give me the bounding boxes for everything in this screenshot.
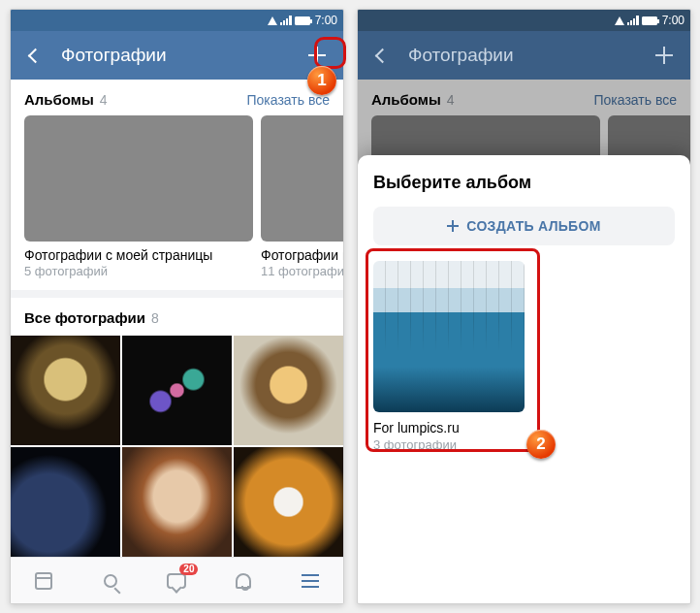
sheet-title: Выберите альбом [373, 173, 675, 193]
network-icon [615, 16, 624, 25]
create-album-button[interactable]: СОЗДАТЬ АЛЬБОМ [373, 207, 675, 245]
clock: 7:00 [662, 14, 684, 27]
clock: 7:00 [315, 14, 337, 27]
add-button[interactable] [304, 43, 330, 68]
all-photos-label: Все фотографии [24, 309, 145, 326]
arrow-left-icon [27, 48, 43, 63]
messages-icon [167, 573, 186, 589]
battery-icon [642, 16, 657, 25]
status-bar: 7:00 [11, 10, 343, 31]
albums-count: 4 [100, 92, 108, 108]
album-thumbnail [24, 115, 253, 242]
bottom-nav: 20 [11, 557, 343, 603]
nav-search[interactable] [98, 568, 123, 594]
show-all-link[interactable]: Показать все [247, 92, 330, 108]
signal-icon [280, 16, 292, 25]
album-name: Фотографии с моей страницы [24, 247, 253, 263]
plus-icon [655, 47, 673, 64]
create-album-label: СОЗДАТЬ АЛЬБОМ [466, 218, 600, 234]
photo-cell[interactable] [11, 447, 120, 557]
show-all-link: Показать все [594, 92, 677, 108]
add-button[interactable] [652, 43, 677, 68]
arrow-left-icon [374, 48, 390, 63]
album-card[interactable]: Фотографии с моей страницы 5 фотографий [24, 115, 253, 278]
page-title: Фотографии [61, 45, 289, 66]
signal-icon [627, 16, 639, 25]
all-photos-count: 8 [151, 310, 159, 326]
phone-screen-album-picker: 7:00 Фотографии Альбомы 4 Показать все [357, 9, 691, 604]
page-title: Фотографии [408, 45, 636, 66]
bell-icon [236, 573, 251, 589]
nav-messages[interactable]: 20 [164, 568, 189, 594]
albums-header: Альбомы 4 Показать все [11, 80, 343, 115]
section-divider [11, 290, 343, 298]
albums-header: Альбомы 4 Показать все [358, 80, 690, 115]
status-bar: 7:00 [358, 10, 690, 31]
photo-cell[interactable] [234, 447, 343, 557]
album-count: 11 фотографий [261, 264, 343, 278]
album-name: Фотографии на м [261, 247, 343, 263]
plus-icon [308, 47, 326, 64]
nav-feed[interactable] [31, 568, 56, 594]
album-option[interactable]: For lumpics.ru 3 фотографии [373, 261, 525, 452]
album-picker-sheet: Выберите альбом СОЗДАТЬ АЛЬБОМ For lumpi… [358, 155, 690, 603]
back-button[interactable] [24, 45, 46, 66]
feed-icon [35, 572, 52, 590]
network-icon [268, 16, 277, 25]
plus-icon [447, 220, 459, 232]
album-card[interactable]: Фотографии на м 11 фотографий [261, 115, 343, 278]
albums-count: 4 [447, 92, 455, 108]
nav-menu[interactable] [298, 568, 323, 594]
photo-cell[interactable] [122, 336, 232, 445]
album-thumbnail [261, 115, 343, 242]
albums-label: Альбомы [371, 91, 441, 108]
phone-screen-photos: 7:00 Фотографии Альбомы 4 Показать все Ф… [10, 9, 344, 604]
battery-icon [295, 16, 310, 25]
search-icon [104, 574, 117, 588]
content: Альбомы 4 Показать все Фотографии с моей… [11, 80, 343, 557]
albums-label: Альбомы [24, 91, 94, 108]
albums-row[interactable]: Фотографии с моей страницы 5 фотографий … [11, 115, 343, 278]
back-button[interactable] [371, 45, 393, 66]
album-name: For lumpics.ru [373, 420, 525, 436]
album-count: 5 фотографий [24, 264, 253, 278]
nav-notifications[interactable] [231, 568, 256, 594]
photo-cell[interactable] [122, 447, 232, 557]
photo-cell[interactable] [11, 336, 120, 445]
messages-badge: 20 [179, 564, 198, 575]
photo-grid [11, 334, 343, 557]
app-toolbar-dimmed: Фотографии [358, 31, 690, 80]
photo-cell[interactable] [234, 336, 343, 445]
album-count: 3 фотографии [373, 437, 525, 452]
app-toolbar: Фотографии [11, 31, 343, 80]
album-thumbnail [373, 261, 525, 412]
all-photos-header: Все фотографии 8 [11, 298, 343, 334]
